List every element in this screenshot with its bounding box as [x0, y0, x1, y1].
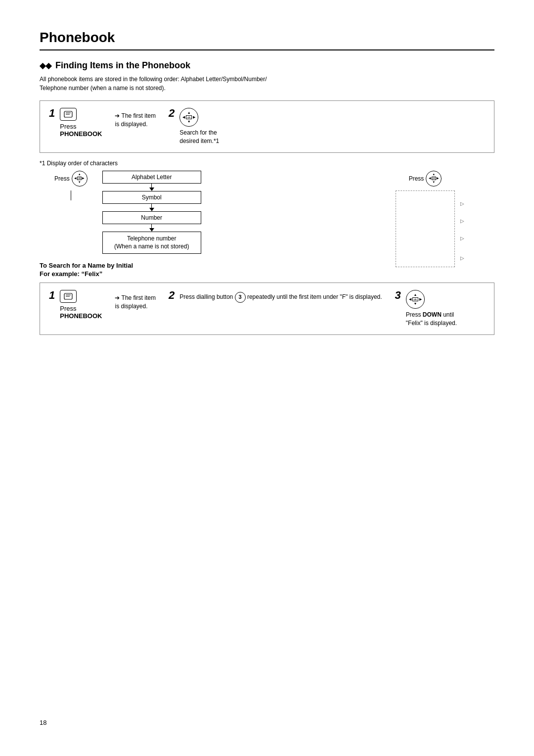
arrow-3 — [149, 224, 154, 232]
press-left-label: Press ▲ ◀ ok ▶ ▼ — [54, 171, 88, 187]
section-title-text: Finding Items in the Phonebook — [55, 60, 190, 71]
step2-2-description: Press dialling button 3 repeatedly until… — [179, 292, 382, 303]
arrowhead-2 — [149, 208, 154, 211]
phonebook-button-icon — [60, 108, 77, 121]
line-2 — [151, 204, 152, 208]
first-item-text-2: ➔ The first itemis displayed. — [115, 294, 155, 311]
dashed-right-box: ▷ ▷ ▷ ▷ — [396, 190, 455, 267]
step2-3: 3 ▲ ◀ ok ▶ ▼ Press DOWN until"Felix" is … — [395, 290, 457, 328]
diagram-area: Press ▲ ◀ ok ▶ ▼ Alphabet Letter — [54, 171, 494, 254]
step2-3-description: Press DOWN until"Felix" is displayed. — [406, 311, 457, 328]
number-box: Number — [102, 211, 201, 224]
step-2: 2 ▲ ◀ ok ▶ ▼ Search for thedesired item.… — [169, 108, 219, 145]
press-right-text: Press — [409, 175, 424, 182]
left-press-area: Press ▲ ◀ ok ▶ ▼ — [54, 171, 88, 254]
nav-button-icon-2: ▲ ◀ ok ▶ ▼ — [406, 290, 425, 309]
step-number-1: 1 — [49, 108, 55, 119]
step2-number-2: 2 — [169, 290, 175, 301]
press-right-label: Press ▲ ◀ ok ▶ ▼ — [409, 171, 442, 187]
step-number-2: 2 — [169, 108, 175, 119]
step2-1-phonebook-label: PHONEBOOK — [60, 312, 102, 320]
telephone-box: Telephone number(When a name is not stor… — [102, 232, 201, 254]
instruction-box-2: 1 Press PHONEBOOK ➔ The first itemis dis… — [40, 283, 494, 335]
step2-1-info: Press PHONEBOOK — [60, 290, 102, 320]
step-2-info: ▲ ◀ ok ▶ ▼ Search for thedesired item.*1 — [179, 108, 219, 145]
for-example-text: For example: “Felix” — [40, 270, 494, 278]
dashed-arrow-4: ▷ — [460, 255, 464, 261]
arrow-1 — [149, 184, 154, 191]
right-press-area: Press ▲ ◀ ok ▶ ▼ ▷ ▷ ▷ ▷ — [396, 171, 455, 267]
step-1-info: Press PHONEBOOK — [60, 108, 102, 138]
step2-number-1: 1 — [49, 290, 55, 301]
first-item-text-1: ➔ The first itemis displayed. — [115, 112, 155, 129]
symbol-box: Symbol — [102, 191, 201, 204]
step-1-press-label: Press PHONEBOOK — [60, 123, 102, 138]
step2-number-3: 3 — [395, 290, 401, 301]
instruction-box-1: 1 Press PHONEBOOK ➔ The first itemis dis… — [40, 100, 494, 153]
footnote-title: *1 Display order of characters — [40, 160, 494, 167]
step2-3-info: ▲ ◀ ok ▶ ▼ Press DOWN until"Felix" is di… — [406, 290, 457, 328]
nav-button-icon-1: ▲ ◀ ok ▶ ▼ — [179, 108, 198, 127]
line-3 — [151, 224, 152, 228]
line-1 — [151, 184, 152, 188]
phonebook-button-icon-2 — [60, 290, 77, 303]
step2-2-info: Press dialling button 3 repeatedly until… — [179, 290, 382, 303]
arrowhead-3 — [149, 228, 154, 232]
section-title: ◆◆ Finding Items in the Phonebook — [40, 60, 494, 71]
step2-2: 2 Press dialling button 3 repeatedly unt… — [169, 290, 382, 303]
center-boxes: Alphabet Letter Symbol Number Telephone … — [102, 171, 201, 254]
step-1: 1 Press PHONEBOOK — [49, 108, 102, 138]
step-2-description: Search for thedesired item.*1 — [179, 129, 219, 145]
step-1-phonebook-label: PHONEBOOK — [60, 130, 102, 138]
dashed-arrow-2: ▷ — [460, 218, 464, 224]
step2-1-press-label: Press PHONEBOOK — [60, 305, 102, 320]
left-line-top — [71, 190, 71, 200]
nav-btn-left: ▲ ◀ ok ▶ ▼ — [72, 171, 88, 187]
dial-button-3: 3 — [235, 292, 246, 303]
diamonds-icon: ◆◆ — [40, 61, 51, 70]
arrowhead-1 — [149, 188, 154, 191]
alphabet-box: Alphabet Letter — [102, 171, 201, 184]
page-number: 18 — [40, 719, 46, 726]
press-left-text: Press — [54, 175, 70, 182]
page-title: Phonebook — [40, 30, 494, 50]
arrow-2 — [149, 204, 154, 211]
dashed-arrow-3: ▷ — [460, 236, 464, 241]
step2-1: 1 Press PHONEBOOK — [49, 290, 102, 320]
dashed-arrow-1: ▷ — [460, 201, 464, 206]
footnote-section: *1 Display order of characters Press ▲ ◀… — [40, 160, 494, 254]
intro-text: All phonebook items are stored in the fo… — [40, 75, 494, 93]
nav-btn-right: ▲ ◀ ok ▶ ▼ — [426, 171, 442, 187]
